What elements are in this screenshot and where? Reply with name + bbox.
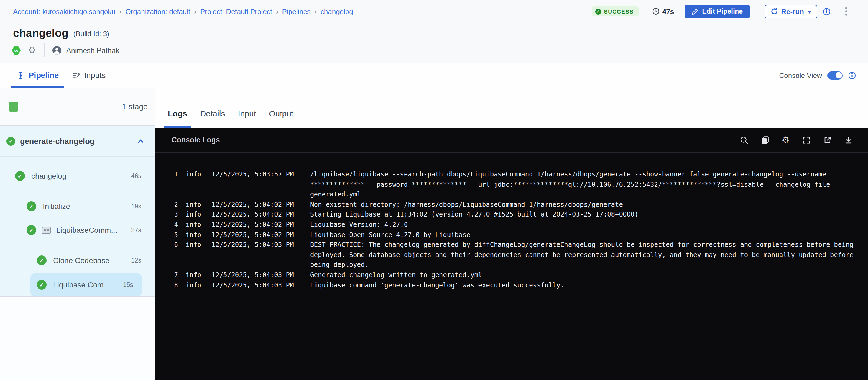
log-message: Generated changelog written to generated…	[310, 270, 855, 280]
step-duration: 46s	[131, 173, 155, 179]
tab-details-label: Details	[200, 109, 225, 118]
log-timestamp: 12/5/2025, 5:04:02 PM	[212, 220, 303, 230]
view-tab-bar: Pipeline Inputs Console View	[0, 63, 868, 88]
execution-actions: ✓ SUCCESS 47s Edit Pipeline Re-run	[592, 5, 848, 18]
step-row-initialize[interactable]: ✓ Initialize 19s	[0, 194, 155, 218]
status-badge-label: SUCCESS	[604, 8, 634, 14]
tab-output-label: Output	[269, 109, 293, 118]
log-message: BEST PRACTICE: The changelog generated b…	[310, 240, 855, 270]
breadcrumb-separator: ›	[272, 7, 282, 16]
step-duration: 27s	[131, 227, 155, 233]
search-icon[interactable]	[740, 136, 748, 144]
tab-input[interactable]: Input	[238, 99, 256, 128]
log-level: info	[186, 280, 204, 290]
log-line: 3 info 12/5/2025, 5:04:02 PM Starting Li…	[155, 210, 868, 220]
tab-pipeline[interactable]: Pipeline	[17, 63, 59, 88]
log-message: Liquibase command 'generate-changelog' w…	[310, 280, 855, 290]
step-row-clone-codebase[interactable]: ✓ Clone Codebase 12s	[0, 249, 155, 272]
pipeline-execution-page: Account: kurosakiichigo.songoku › Organi…	[0, 0, 868, 380]
tab-output[interactable]: Output	[269, 99, 293, 128]
breadcrumb-organization[interactable]: Organization: default	[125, 7, 190, 16]
info-icon[interactable]	[822, 7, 830, 16]
console-log-output[interactable]: 1 info 12/5/2025, 5:03:57 PM /liquibase/…	[155, 153, 868, 290]
log-level: info	[186, 270, 204, 280]
step-label: LiquibaseComm...	[56, 226, 117, 234]
breadcrumb-separator: ›	[311, 7, 321, 16]
step-label: changelog	[31, 172, 66, 180]
log-message: Starting Liquibase at 11:34:02 (version …	[310, 210, 855, 220]
step-duration: 12s	[131, 257, 155, 264]
breadcrumb-account[interactable]: Account: kurosakiichigo.songoku	[13, 7, 116, 16]
breadcrumb: Account: kurosakiichigo.songoku › Organi…	[13, 7, 353, 16]
breadcrumb-changelog[interactable]: changelog	[321, 7, 353, 16]
console-view-control: Console View	[779, 71, 868, 79]
clock-icon	[652, 7, 660, 15]
log-level: info	[186, 200, 204, 210]
tab-inputs[interactable]: Inputs	[72, 63, 105, 88]
inputs-icon	[72, 71, 80, 79]
tab-logs[interactable]: Logs	[168, 99, 187, 128]
execution-header: changelog (Build Id: 3)	[0, 23, 868, 43]
step-detail-panel: Logs Details Input Output Console Logs	[155, 88, 868, 380]
log-line: 5 info 12/5/2025, 5:04:02 PM Liquibase O…	[155, 230, 868, 240]
log-line: 1 info 12/5/2025, 5:03:57 PM /liquibase/…	[155, 169, 868, 200]
stage-name: generate-changelog	[20, 137, 95, 145]
rerun-button[interactable]: Re-run ▾	[764, 5, 817, 18]
log-line: 2 info 12/5/2025, 5:04:02 PM Non-existen…	[155, 200, 868, 210]
status-badge: ✓ SUCCESS	[592, 6, 639, 16]
more-options-menu-icon[interactable]	[843, 6, 848, 17]
stage-row-generate-changelog[interactable]: ✓ generate-changelog	[0, 125, 155, 157]
step-row-changelog[interactable]: ✓ changelog 46s	[0, 164, 155, 188]
fullscreen-icon[interactable]	[802, 136, 811, 144]
breadcrumb-pipelines[interactable]: Pipelines	[282, 7, 311, 16]
log-level: info	[186, 169, 204, 200]
step-duration: 19s	[131, 203, 155, 209]
download-icon[interactable]	[844, 136, 853, 144]
ci-module-icon: ∞	[12, 46, 21, 55]
step-label: Clone Codebase	[53, 256, 110, 265]
edit-pipeline-button[interactable]: Edit Pipeline	[684, 5, 750, 18]
log-message: Non-existent directory: /harness/dbops/L…	[310, 200, 855, 210]
chevron-up-icon[interactable]	[137, 137, 145, 145]
breadcrumb-project[interactable]: Project: Default Project	[200, 7, 272, 16]
settings-gear-icon[interactable]: ⚙	[782, 136, 789, 144]
log-timestamp: 12/5/2025, 5:04:02 PM	[212, 200, 303, 210]
step-duration: 15s	[123, 282, 142, 288]
tab-details[interactable]: Details	[200, 99, 225, 128]
info-icon[interactable]	[848, 71, 856, 79]
step-row-liquibase-command-selected[interactable]: ✓ Liquibase Com... 15s	[30, 273, 142, 296]
step-group-icon	[42, 227, 51, 234]
step-label: Initialize	[43, 202, 70, 211]
step-detail-tab-bar: Logs Details Input Output	[155, 88, 868, 128]
log-line: 4 info 12/5/2025, 5:04:02 PM Liquibase V…	[155, 220, 868, 230]
success-check-icon: ✓	[37, 280, 46, 290]
success-check-icon: ✓	[37, 256, 46, 265]
step-row-liquibase-command-group[interactable]: ✓ LiquibaseComm... 27s	[0, 218, 155, 242]
console-header: Console Logs ⚙	[155, 128, 868, 153]
chevron-down-icon[interactable]: ▾	[808, 8, 811, 14]
log-timestamp: 12/5/2025, 5:04:03 PM	[212, 270, 303, 280]
success-check-icon: ✓	[6, 137, 15, 145]
step-tree: ✓ changelog 46s ✓ Initialize 19s ✓ Liqui…	[0, 157, 155, 296]
open-in-new-icon[interactable]	[823, 136, 832, 144]
log-timestamp: 12/5/2025, 5:04:03 PM	[212, 240, 303, 270]
log-timestamp: 12/5/2025, 5:03:57 PM	[212, 169, 303, 200]
log-line: 6 info 12/5/2025, 5:04:03 PM BEST PRACTI…	[155, 240, 868, 270]
tab-input-label: Input	[238, 109, 256, 118]
log-line-number: 4	[170, 220, 178, 230]
success-check-icon: ✓	[15, 171, 25, 181]
refresh-icon	[770, 7, 778, 15]
log-line-number: 5	[170, 230, 178, 240]
rerun-label: Re-run	[781, 7, 804, 16]
gear-icon[interactable]: ⚙	[28, 46, 36, 55]
success-check-icon: ✓	[595, 8, 601, 14]
log-level: info	[186, 220, 204, 230]
console-view-toggle[interactable]	[828, 71, 843, 79]
pipeline-icon	[17, 71, 25, 79]
stage-status-square	[9, 102, 19, 112]
copy-icon[interactable]	[761, 136, 769, 144]
log-timestamp: 12/5/2025, 5:04:02 PM	[212, 210, 303, 220]
stage-summary: 1 stage	[0, 88, 155, 125]
log-level: info	[186, 240, 204, 270]
log-level: info	[186, 210, 204, 220]
